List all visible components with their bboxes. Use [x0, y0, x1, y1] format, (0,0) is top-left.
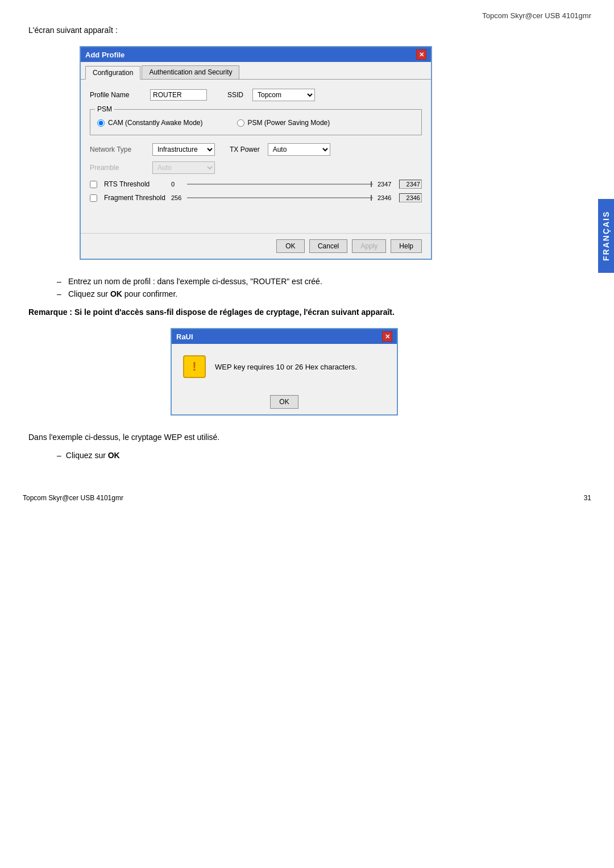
bottom-dash: – — [57, 451, 61, 460]
rts-value-input[interactable] — [399, 180, 422, 189]
psm-group: PSM CAM (Constantly Awake Mode) PSM (Pow… — [90, 109, 422, 135]
raui-dialog: RaUI ✕ ! WEP key requires 10 or 26 Hex c… — [171, 328, 398, 416]
help-button[interactable]: Help — [391, 239, 422, 253]
network-type-select[interactable]: Infrastructure — [152, 143, 215, 156]
psm-radio[interactable] — [237, 119, 244, 127]
psm-label: PSM (Power Saving Mode) — [248, 119, 330, 127]
frag-min: 256 — [171, 194, 182, 201]
footer-left: Topcom Skyr@cer USB 4101gmr — [23, 494, 123, 502]
frag-value-input[interactable] — [399, 193, 422, 202]
rts-min: 0 — [171, 181, 182, 188]
bullet-dash-1: – — [57, 277, 64, 286]
profile-name-row: Profile Name SSID Topcom — [90, 89, 422, 101]
raui-ok-button[interactable]: OK — [270, 395, 298, 409]
raui-close-button[interactable]: ✕ — [382, 331, 392, 342]
fragment-checkbox[interactable] — [90, 194, 97, 202]
dialog-tabs: Configuration Authentication and Securit… — [81, 62, 431, 80]
raui-titlebar: RaUI ✕ — [172, 329, 397, 344]
bullet-text-1: Entrez un nom de profil : dans l'exemple… — [68, 277, 322, 286]
cam-label: CAM (Constantly Awake Mode) — [108, 119, 203, 127]
bullet-dash-2: – — [57, 289, 64, 298]
cam-option[interactable]: CAM (Constantly Awake Mode) — [97, 119, 203, 127]
tab-auth-security[interactable]: Authentication and Security — [142, 65, 239, 79]
psm-option[interactable]: PSM (Power Saving Mode) — [237, 119, 330, 127]
tx-power-select[interactable]: Auto — [268, 143, 330, 156]
profile-name-label: Profile Name — [90, 91, 141, 99]
bullet-item-1: – Entrez un nom de profil : dans l'exemp… — [57, 277, 591, 286]
ok-button[interactable]: OK — [276, 239, 305, 253]
warning-icon: ! — [183, 355, 206, 378]
network-type-label: Network Type — [90, 146, 147, 153]
note-bold: Remarque : Si le point d'accès sans-fil … — [28, 308, 586, 317]
psm-options: CAM (Constantly Awake Mode) PSM (Power S… — [97, 119, 414, 127]
cam-radio[interactable] — [97, 119, 105, 127]
network-type-row: Network Type Infrastructure TX Power Aut… — [90, 143, 422, 156]
raui-footer: OK — [172, 389, 397, 414]
footer-right: 31 — [584, 494, 591, 502]
intro-text: L'écran suivant apparaît : — [28, 26, 591, 35]
fragment-label: Fragment Threshold — [104, 194, 167, 202]
dialog-title: Add Profile — [85, 51, 125, 59]
rts-max: 2347 — [377, 181, 395, 188]
header-title: Topcom Skyr@cer USB 4101gmr — [23, 11, 591, 20]
dialog-body: Profile Name SSID Topcom PSM CAM (Consta… — [81, 80, 431, 233]
bullet-text-2: Cliquez sur OK pour confirmer. — [68, 289, 177, 298]
frag-max: 2346 — [377, 194, 395, 201]
raui-message: WEP key requires 10 or 26 Hex characters… — [215, 363, 357, 371]
preamble-row: Preamble Auto — [90, 161, 422, 174]
page-footer: Topcom Skyr@cer USB 4101gmr 31 — [23, 494, 591, 502]
dialog-close-button[interactable]: ✕ — [416, 49, 426, 60]
ssid-select[interactable]: Topcom — [252, 89, 315, 101]
bottom-text: Dans l'exemple ci-dessus, le cryptage WE… — [28, 433, 586, 442]
apply-button[interactable]: Apply — [352, 239, 386, 253]
frag-slider-track[interactable] — [187, 194, 373, 202]
rts-label: RTS Threshold — [104, 180, 167, 188]
rts-slider-track[interactable] — [187, 180, 373, 188]
cancel-button[interactable]: Cancel — [309, 239, 347, 253]
psm-legend: PSM — [95, 105, 114, 113]
raui-title: RaUI — [176, 333, 193, 341]
rts-checkbox[interactable] — [90, 181, 97, 188]
preamble-label: Preamble — [90, 164, 147, 172]
fragment-threshold-row: Fragment Threshold 256 2346 — [90, 193, 422, 202]
tab-configuration[interactable]: Configuration — [85, 66, 140, 80]
bottom-bullet: – Cliquez sur OK — [57, 451, 591, 460]
profile-name-input[interactable] — [150, 89, 207, 101]
dialog-footer: OK Cancel Apply Help — [81, 233, 431, 259]
bullet-item-2: – Cliquez sur OK pour confirmer. — [57, 289, 591, 298]
rts-threshold-row: RTS Threshold 0 2347 — [90, 180, 422, 189]
raui-body: ! WEP key requires 10 or 26 Hex characte… — [172, 344, 397, 389]
dialog-titlebar: Add Profile ✕ — [81, 47, 431, 62]
add-profile-dialog: Add Profile ✕ Configuration Authenticati… — [80, 46, 432, 260]
francais-sidebar: FRANÇAIS — [598, 199, 614, 273]
tx-power-label: TX Power — [230, 146, 260, 153]
bullets-section-1: – Entrez un nom de profil : dans l'exemp… — [57, 277, 591, 298]
preamble-select[interactable]: Auto — [152, 161, 215, 174]
bottom-bullet-text: Cliquez sur OK — [66, 451, 120, 460]
ssid-label: SSID — [227, 91, 243, 99]
